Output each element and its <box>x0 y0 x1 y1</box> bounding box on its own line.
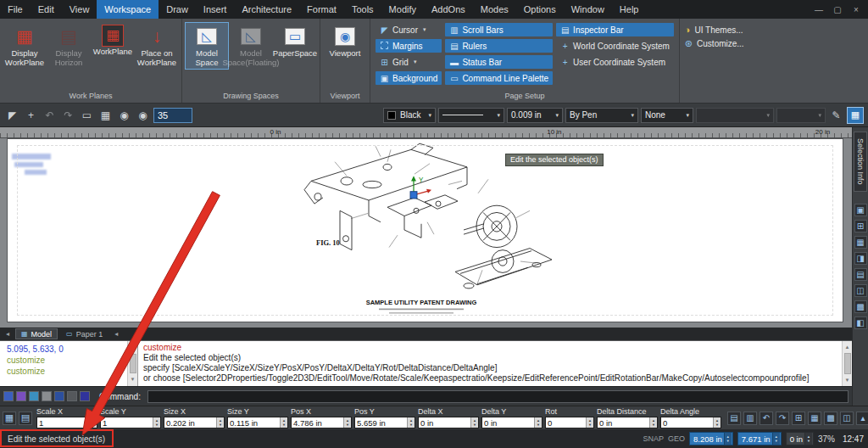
table-icon[interactable]: ▦ <box>97 107 114 123</box>
panel-icon-1[interactable]: ▣ <box>854 204 867 216</box>
spinner[interactable]: ▲▼ <box>724 433 732 445</box>
pen-width-input[interactable] <box>153 108 192 123</box>
select-pointer-icon[interactable]: ◤ <box>4 107 20 123</box>
maximize-icon[interactable]: ▢ <box>832 5 843 14</box>
spinner[interactable]: ▲▼ <box>407 417 415 428</box>
scroll-up-icon[interactable]: ▲ <box>845 342 850 352</box>
pos-x-input[interactable] <box>292 417 343 428</box>
command-palette-icon[interactable] <box>67 391 77 401</box>
customize-button[interactable]: ⊛ Customize... <box>685 38 744 49</box>
transparency-dropdown[interactable]: None ▾ <box>641 108 693 123</box>
history-left-scrollbar[interactable]: ▲ ▼ <box>127 341 137 386</box>
menu-addons[interactable]: AddOns <box>424 0 473 19</box>
history-entry[interactable]: customize <box>7 355 125 366</box>
spinner[interactable]: ▲▼ <box>586 417 593 428</box>
lineweight-dropdown[interactable]: 0.009 in ▾ <box>507 108 563 123</box>
delta-x-input[interactable] <box>419 417 470 428</box>
toggle-margins[interactable]: Margins <box>376 39 442 53</box>
spinner[interactable]: ▲▼ <box>649 417 657 428</box>
tab-scroll-left-icon[interactable]: ◂ <box>3 330 13 338</box>
redo-icon[interactable]: ↷ <box>60 107 76 123</box>
menu-architecture[interactable]: Architecture <box>234 0 299 19</box>
toggle-inspector-bar[interactable]: ▤ Inspector Bar <box>556 23 674 36</box>
spinner[interactable]: ▲▼ <box>89 417 97 428</box>
undo-icon[interactable]: ↶ <box>760 412 773 425</box>
command-palette-icon[interactable] <box>16 391 26 401</box>
command-palette-icon[interactable] <box>3 391 14 401</box>
toggle-scroll-bars[interactable]: ▥ Scroll Bars <box>445 23 553 36</box>
menu-modify[interactable]: Modify <box>381 0 424 19</box>
viewport-button[interactable]: ◉ Viewport <box>323 22 367 60</box>
menu-view[interactable]: View <box>62 0 97 19</box>
command-palette-icon[interactable] <box>42 391 52 401</box>
history-input-list[interactable]: 5.095, 5.633, 0 customize customize ▲ ▼ <box>0 341 138 386</box>
pos-y-input[interactable] <box>355 417 407 428</box>
grid-edit-icon[interactable]: ⊞ <box>792 412 805 425</box>
toggle-grid[interactable]: ⊞ Grid ▾ <box>376 55 442 69</box>
history-entry[interactable]: customize <box>7 366 125 377</box>
place-on-workplane-button[interactable]: ↓ Place on WorkPlane <box>135 22 179 70</box>
delta-y-input[interactable] <box>482 417 534 428</box>
command-input[interactable] <box>147 390 849 403</box>
menu-help[interactable]: Help <box>612 0 647 19</box>
zoom-level[interactable]: 37% <box>818 434 835 444</box>
grid-snap-icon[interactable]: ▦ <box>808 412 821 425</box>
color-dropdown[interactable]: Black ▾ <box>383 108 436 123</box>
size-x-input[interactable] <box>164 417 216 428</box>
panel-icon-5[interactable]: ▤ <box>854 268 867 281</box>
palette-toggle-icon[interactable]: ▦ <box>847 107 864 124</box>
visibility-icon[interactable]: ◉ <box>116 107 132 123</box>
selection-info-tab[interactable]: Selection Info <box>854 132 867 192</box>
command-palette-icon[interactable] <box>80 391 90 401</box>
toggle-background[interactable]: ▣ Background <box>376 71 442 85</box>
cursor-x-chip[interactable]: 8.208 in ▲▼ <box>689 432 733 445</box>
chevron-down-icon[interactable]: ▾ <box>423 26 426 33</box>
spinner[interactable]: ▲▼ <box>534 417 542 428</box>
frame-tool-icon[interactable]: ◫ <box>840 412 854 425</box>
rot-input[interactable] <box>546 417 586 428</box>
scroll-down-icon[interactable]: ▼ <box>131 374 136 385</box>
menu-options[interactable]: Options <box>516 0 564 19</box>
toggle-rulers[interactable]: ▤ Rulers <box>445 39 553 53</box>
toggle-user-coordinate-system[interactable]: + User Coordinate System <box>556 55 674 69</box>
pointer-tool-icon[interactable]: ▴ <box>856 412 868 425</box>
comment-icon[interactable]: ▭ <box>79 107 95 123</box>
menu-modes[interactable]: Modes <box>473 0 516 19</box>
scroll-up-icon[interactable]: ▲ <box>131 342 136 353</box>
delta-distance-input[interactable] <box>598 417 649 428</box>
cursor-y-chip[interactable]: 7.671 in ▲▼ <box>737 432 782 445</box>
paste-icon[interactable]: ▤ <box>727 412 741 425</box>
grid-table-icon[interactable]: ▤ <box>19 412 32 425</box>
menu-edit[interactable]: Edit <box>31 0 62 19</box>
menu-tools[interactable]: Tools <box>344 0 381 19</box>
command-palette-icon[interactable] <box>29 391 39 401</box>
hatch-icon[interactable]: ▦ <box>3 412 16 425</box>
tab-paper-1[interactable]: ▭ Paper 1 <box>60 328 108 339</box>
spinner[interactable]: ▲▼ <box>470 417 478 428</box>
chevron-down-icon[interactable]: ▾ <box>414 59 417 65</box>
menu-insert[interactable]: Insert <box>196 0 235 19</box>
linetype-dropdown[interactable]: ▾ <box>438 108 504 123</box>
panel-icon-3[interactable]: ▦ <box>854 236 867 249</box>
spinner[interactable]: ▲▼ <box>804 433 812 445</box>
snap-toggle[interactable]: SNAP <box>643 434 664 443</box>
ui-themes-button[interactable]: ◑ UI Themes... <box>685 25 744 35</box>
plot-style-dropdown[interactable]: By Pen ▾ <box>565 108 638 123</box>
command-output-log[interactable]: customize Edit the selected object(s) sp… <box>138 341 852 386</box>
menu-window[interactable]: Window <box>564 0 612 19</box>
delta-angle-input[interactable] <box>661 417 713 428</box>
toggle-world-coordinate-system[interactable]: + World Coordinate System <box>556 39 674 53</box>
crosshair-icon[interactable]: + <box>23 107 39 123</box>
panel-icon-8[interactable]: ◧ <box>854 316 867 329</box>
minimize-icon[interactable]: — <box>814 5 824 14</box>
tab-scroll-left-icon[interactable]: ◂ <box>111 330 121 338</box>
cursor-z-chip[interactable]: 0 in ▲▼ <box>786 432 814 445</box>
size-y-input[interactable] <box>228 417 280 428</box>
paperspace-button[interactable]: ▭ PaperSpace <box>273 22 317 60</box>
model-space-floating-button[interactable]: ◺ Model Space(Floating) <box>229 22 273 70</box>
spinner[interactable]: ▲▼ <box>153 417 160 428</box>
spinner[interactable]: ▲▼ <box>772 433 780 445</box>
paper-sheet[interactable]: Y FIG. 10 SAMPLE UTILITY PATENT DRAWING … <box>7 138 843 322</box>
visibility-alt-icon[interactable]: ◉ <box>135 107 151 123</box>
drawing-canvas[interactable]: Y FIG. 10 SAMPLE UTILITY PATENT DRAWING … <box>0 138 852 328</box>
